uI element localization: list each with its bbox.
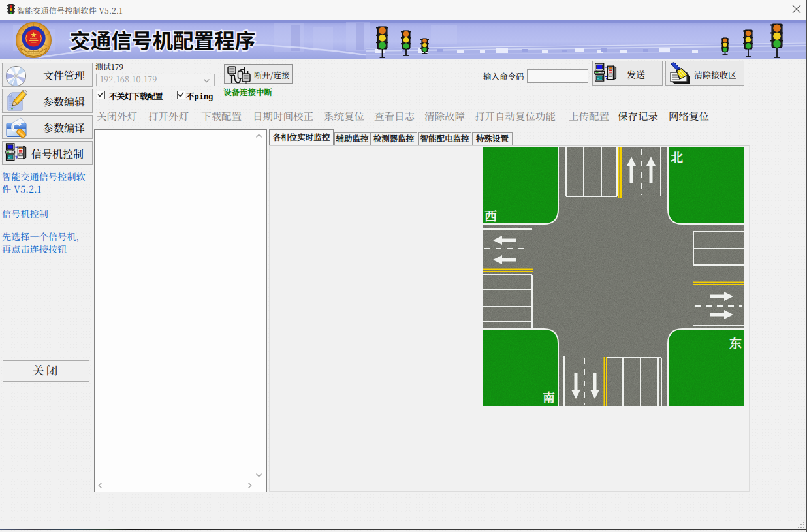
svg-text:西: 西 xyxy=(484,206,497,224)
svg-text:北: 北 xyxy=(671,148,683,165)
svg-text:东: 东 xyxy=(729,334,742,351)
svg-text:南: 南 xyxy=(543,388,555,405)
